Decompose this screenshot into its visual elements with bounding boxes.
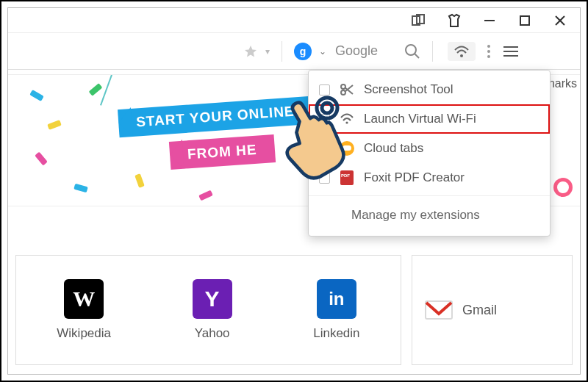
manage-extensions-link[interactable]: Manage my extensions bbox=[309, 199, 550, 231]
gmail-icon bbox=[424, 299, 453, 321]
svg-point-7 bbox=[406, 45, 416, 55]
search-icon[interactable] bbox=[404, 43, 420, 60]
search-engine-dropdown-icon[interactable]: ⌄ bbox=[319, 46, 326, 57]
gmail-panel[interactable]: Gmail bbox=[412, 255, 573, 365]
extension-label: Cloud tabs bbox=[364, 141, 423, 156]
confetti bbox=[198, 190, 213, 201]
banner-text-2: FROM HE bbox=[187, 142, 257, 162]
confetti bbox=[89, 83, 103, 96]
extension-label: Foxit PDF Creator bbox=[364, 170, 465, 185]
hamburger-menu-icon[interactable] bbox=[503, 46, 518, 57]
confetti bbox=[135, 173, 145, 188]
bookmark-star-icon[interactable] bbox=[243, 44, 258, 59]
shortcuts-strip: W Wikipedia Y Yahoo in Linkedin Gmail bbox=[15, 255, 573, 365]
separator bbox=[309, 195, 550, 196]
speed-dial-panel: W Wikipedia Y Yahoo in Linkedin bbox=[15, 255, 401, 365]
banner-ribbon-2: FROM HE bbox=[169, 134, 276, 170]
shortcut-linkedin[interactable]: in Linkedin bbox=[313, 279, 359, 341]
gmail-label: Gmail bbox=[462, 303, 497, 318]
ribbon-string bbox=[100, 75, 112, 106]
shortcut-yahoo[interactable]: Y Yahoo bbox=[193, 279, 232, 341]
svg-point-9 bbox=[460, 54, 463, 57]
search-box-text[interactable]: Google bbox=[335, 43, 378, 59]
wifi-toolbar-button[interactable] bbox=[448, 42, 476, 61]
screenshot-frame: ▾ g ⌄ Google marks START YOUR ONLINE FRO… bbox=[0, 0, 588, 382]
confetti bbox=[35, 152, 48, 166]
shortcut-label: Yahoo bbox=[195, 326, 230, 341]
confetti bbox=[29, 90, 44, 101]
search-engine-glyph: g bbox=[300, 46, 306, 57]
shortcut-label: Linkedin bbox=[313, 326, 359, 341]
divider bbox=[432, 41, 433, 62]
browser-window: ▾ g ⌄ Google marks START YOUR ONLINE FRO… bbox=[7, 7, 581, 375]
kebab-menu-icon[interactable] bbox=[487, 45, 490, 58]
confetti bbox=[47, 120, 62, 130]
svg-marker-6 bbox=[245, 46, 257, 57]
minimize-button[interactable] bbox=[478, 10, 501, 32]
extension-label: Launch Virtual Wi-Fi bbox=[364, 112, 476, 126]
linkedin-icon: in bbox=[317, 279, 356, 319]
titlebar bbox=[8, 8, 580, 33]
decorative-circle bbox=[553, 178, 573, 197]
svg-point-15 bbox=[317, 98, 337, 118]
overlapping-windows-icon[interactable] bbox=[408, 10, 430, 32]
close-button[interactable] bbox=[549, 10, 571, 32]
bookmark-dropdown-icon[interactable]: ▾ bbox=[265, 46, 270, 57]
checkbox[interactable] bbox=[319, 84, 330, 96]
extension-label: Screenshot Tool bbox=[364, 82, 453, 97]
svg-point-16 bbox=[322, 103, 332, 113]
search-engine-badge[interactable]: g bbox=[294, 43, 312, 60]
svg-line-8 bbox=[415, 54, 419, 58]
pointing-hand-icon bbox=[267, 95, 348, 186]
confetti bbox=[74, 184, 87, 192]
toolbar: ▾ g ⌄ Google bbox=[8, 33, 580, 70]
shortcut-label: Wikipedia bbox=[57, 326, 111, 341]
svg-rect-3 bbox=[520, 16, 529, 25]
shortcut-wikipedia[interactable]: W Wikipedia bbox=[57, 279, 111, 341]
yahoo-icon: Y bbox=[193, 279, 232, 319]
divider bbox=[282, 41, 282, 62]
tshirt-icon[interactable] bbox=[443, 10, 465, 32]
maximize-button[interactable] bbox=[514, 10, 536, 32]
wikipedia-icon: W bbox=[64, 279, 104, 319]
